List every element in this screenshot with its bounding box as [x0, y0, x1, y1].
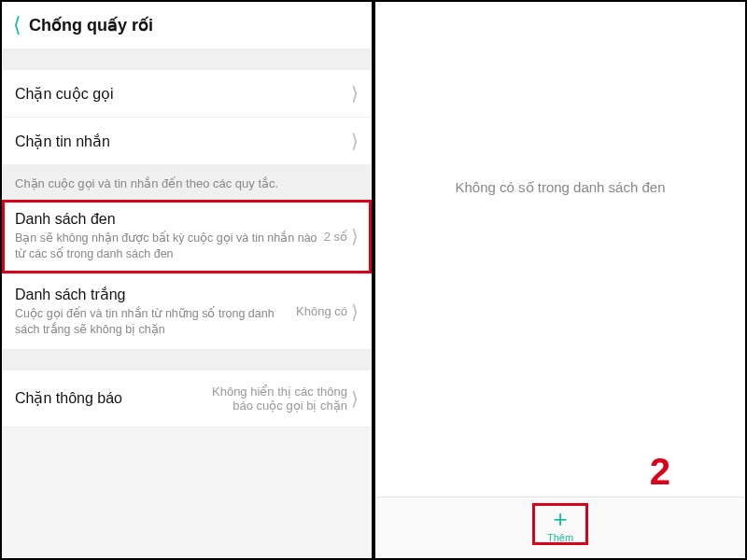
row-value: Không có — [296, 304, 347, 318]
row-block-notify[interactable]: Chặn thông báo Không hiển thị các thông … — [2, 371, 372, 427]
section-spacer — [2, 350, 372, 371]
add-button[interactable]: + Thêm — [532, 503, 588, 545]
row-block-calls[interactable]: Chặn cuộc gọi ⟩ — [2, 70, 372, 118]
blacklist-panel-right: Không có số trong danh sách đen 2 + Thêm — [374, 0, 747, 560]
row-subtitle: Cuộc gọi đến và tin nhắn từ những số tro… — [15, 306, 290, 338]
row-value: 2 số — [324, 230, 347, 244]
row-title: Chặn thông báo — [15, 389, 183, 407]
row-title: Chặn tin nhắn — [15, 133, 345, 150]
chevron-right-icon: ⟩ — [351, 227, 359, 245]
chevron-right-icon: ⟩ — [351, 389, 359, 408]
settings-panel-left: ⟨ Chống quấy rối Chặn cuộc gọi ⟩ Chặn ti… — [0, 0, 374, 560]
row-title: Chặn cuộc gọi — [15, 85, 345, 103]
row-blacklist[interactable]: Danh sách đen Bạn sẽ không nhận được bất… — [2, 200, 372, 274]
empty-state: Không có số trong danh sách đen — [375, 2, 745, 497]
page-header: ⟨ Chống quấy rối — [2, 2, 372, 49]
page-title: Chống quấy rối — [29, 15, 153, 35]
chevron-right-icon: ⟩ — [351, 132, 359, 150]
row-title: Danh sách trắng — [15, 286, 290, 303]
plus-icon: + — [553, 507, 567, 531]
empty-state-text: Không có số trong danh sách đen — [456, 179, 666, 196]
add-button-label: Thêm — [547, 532, 573, 543]
row-title: Danh sách đen — [15, 211, 318, 228]
section-label-rules: Chặn cuộc gọi và tin nhắn đến theo các q… — [2, 165, 372, 200]
back-icon[interactable]: ⟨ — [13, 15, 21, 35]
chevron-right-icon: ⟩ — [351, 84, 359, 103]
row-subtitle: Bạn sẽ không nhận được bất kỳ cuộc gọi v… — [15, 231, 318, 262]
row-block-sms[interactable]: Chặn tin nhắn ⟩ — [2, 118, 372, 165]
row-value: Không hiển thị các thông báo cuộc gọi bị… — [189, 385, 347, 413]
section-spacer — [2, 49, 372, 70]
row-whitelist[interactable]: Danh sách trắng Cuộc gọi đến và tin nhắn… — [2, 274, 372, 350]
bottom-toolbar: + Thêm — [375, 497, 745, 558]
chevron-right-icon: ⟩ — [351, 302, 359, 321]
